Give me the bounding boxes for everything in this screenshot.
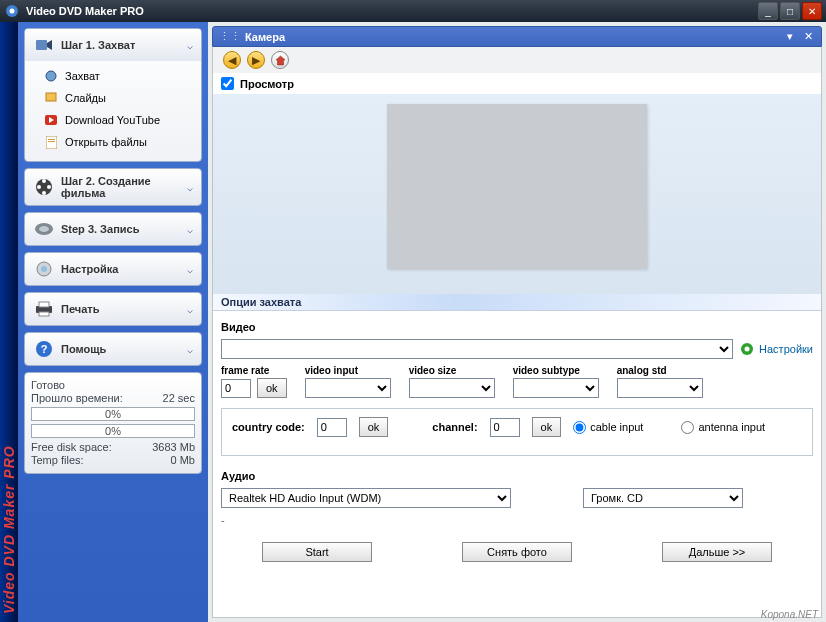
expand-icon: ⌵ — [187, 264, 193, 275]
audio-heading: Аудио — [221, 466, 813, 488]
cable-input-radio[interactable] — [573, 421, 586, 434]
sidebar-item-label: Слайды — [65, 92, 106, 104]
disk-value: 3683 Mb — [152, 441, 195, 453]
sidebar-step1-header[interactable]: Шаг 1. Захват ⌵ — [25, 29, 201, 61]
gear-green-icon — [739, 341, 755, 357]
sidebar-step3-label: Step 3. Запись — [61, 223, 187, 235]
sidebar-step2-header[interactable]: Шаг 2. Создание фильма ⌵ — [25, 169, 201, 205]
svg-rect-20 — [39, 312, 49, 316]
svg-point-11 — [47, 185, 51, 189]
svg-rect-19 — [39, 302, 49, 307]
audio-device-select[interactable]: Realtek HD Audio Input (WDM) — [221, 488, 511, 508]
frame-rate-ok-button[interactable]: ok — [257, 378, 287, 398]
app-icon — [4, 3, 20, 19]
sidebar-step2-label: Шаг 2. Создание фильма — [61, 175, 187, 199]
video-subtype-label: video subtype — [513, 365, 599, 376]
video-size-label: video size — [409, 365, 495, 376]
audio-source-select[interactable]: Громк. CD — [583, 488, 743, 508]
minimize-button[interactable]: _ — [758, 2, 778, 20]
video-settings-link[interactable]: Настройки — [739, 341, 813, 357]
svg-point-1 — [10, 9, 15, 14]
video-device-select[interactable] — [221, 339, 733, 359]
svg-rect-4 — [46, 93, 56, 101]
maximize-button[interactable]: □ — [780, 2, 800, 20]
snapshot-button[interactable]: Снять фото — [462, 542, 572, 562]
close-button[interactable]: ✕ — [802, 2, 822, 20]
slides-icon — [43, 91, 59, 105]
preview-checkbox[interactable] — [221, 77, 234, 90]
temp-label: Temp files: — [31, 454, 84, 466]
capture-options-header: Опции захвата — [213, 294, 821, 311]
sidebar-help: ? Помощь ⌵ — [24, 332, 202, 366]
next-button[interactable]: Дальше >> — [662, 542, 772, 562]
svg-point-10 — [42, 179, 46, 183]
main-area: ⋮⋮ Камера ▾ ✕ ◀ ▶ Просмотр Опции захвата — [208, 22, 826, 622]
channel-ok-button[interactable]: ok — [532, 417, 562, 437]
tuner-box: country code: ok channel: ok cable input… — [221, 408, 813, 456]
progress-bar-1: 0% — [31, 407, 195, 421]
svg-rect-2 — [36, 40, 47, 50]
frame-rate-input[interactable] — [221, 379, 251, 398]
video-input-select[interactable] — [305, 378, 391, 398]
sidebar-print: Печать ⌵ — [24, 292, 202, 326]
country-code-ok-button[interactable]: ok — [359, 417, 389, 437]
sidebar-print-label: Печать — [61, 303, 187, 315]
youtube-icon — [43, 113, 59, 127]
sidebar-step3: Step 3. Запись ⌵ — [24, 212, 202, 246]
sidebar-item-label: Захват — [65, 70, 100, 82]
toolbar: ◀ ▶ — [212, 47, 822, 73]
panel-close-button[interactable]: ✕ — [801, 30, 815, 43]
video-input-label: video input — [305, 365, 391, 376]
preview-label: Просмотр — [240, 78, 294, 90]
svg-text:?: ? — [41, 343, 48, 355]
svg-rect-8 — [48, 141, 55, 142]
channel-input[interactable] — [490, 418, 520, 437]
country-code-input[interactable] — [317, 418, 347, 437]
sidebar-settings-label: Настройка — [61, 263, 187, 275]
svg-point-13 — [37, 185, 41, 189]
svg-point-15 — [39, 226, 49, 232]
nav-back-button[interactable]: ◀ — [223, 51, 241, 69]
sidebar-item-open-files[interactable]: Открыть файлы — [31, 131, 195, 153]
svg-point-24 — [745, 347, 750, 352]
audio-dash: - — [221, 514, 813, 526]
elapsed-value: 22 sec — [163, 392, 195, 404]
panel-title: Камера — [245, 31, 783, 43]
panel-drag-icon[interactable]: ⋮⋮ — [219, 30, 241, 43]
sidebar-step3-header[interactable]: Step 3. Запись ⌵ — [25, 213, 201, 245]
nav-forward-button[interactable]: ▶ — [247, 51, 265, 69]
nav-home-button[interactable] — [271, 51, 289, 69]
antenna-input-radio[interactable] — [681, 421, 694, 434]
globe-icon — [43, 69, 59, 83]
sidebar-step1: Шаг 1. Захват ⌵ Захват Слайды Download Y… — [24, 28, 202, 162]
dvd-icon — [33, 219, 55, 239]
help-icon: ? — [33, 339, 55, 359]
sidebar-help-header[interactable]: ? Помощь ⌵ — [25, 333, 201, 365]
gear-icon — [33, 259, 55, 279]
content-panel: Просмотр Опции захвата Видео Настройки — [212, 73, 822, 618]
elapsed-label: Прошло времени: — [31, 392, 123, 404]
start-button[interactable]: Start — [262, 542, 372, 562]
expand-icon: ⌵ — [187, 224, 193, 235]
video-size-select[interactable] — [409, 378, 495, 398]
progress-bar-2: 0% — [31, 424, 195, 438]
sidebar-item-youtube[interactable]: Download YouTube — [31, 109, 195, 131]
video-subtype-select[interactable] — [513, 378, 599, 398]
sidebar-item-label: Открыть файлы — [65, 136, 147, 148]
disk-label: Free disk space: — [31, 441, 112, 453]
status-panel: Готово Прошло времени:22 sec 0% 0% Free … — [24, 372, 202, 474]
frame-rate-label: frame rate — [221, 365, 287, 376]
footer-buttons: Start Снять фото Дальше >> — [213, 532, 821, 572]
camera-icon — [33, 35, 55, 55]
panel-dropdown-button[interactable]: ▾ — [783, 30, 797, 43]
printer-icon — [33, 299, 55, 319]
analog-std-select[interactable] — [617, 378, 703, 398]
svg-point-17 — [41, 266, 47, 272]
sidebar-item-label: Download YouTube — [65, 114, 160, 126]
sidebar-settings-header[interactable]: Настройка ⌵ — [25, 253, 201, 285]
sidebar-item-capture[interactable]: Захват — [31, 65, 195, 87]
sidebar-item-slides[interactable]: Слайды — [31, 87, 195, 109]
svg-point-3 — [46, 71, 56, 81]
sidebar-print-header[interactable]: Печать ⌵ — [25, 293, 201, 325]
film-reel-icon — [33, 177, 55, 197]
